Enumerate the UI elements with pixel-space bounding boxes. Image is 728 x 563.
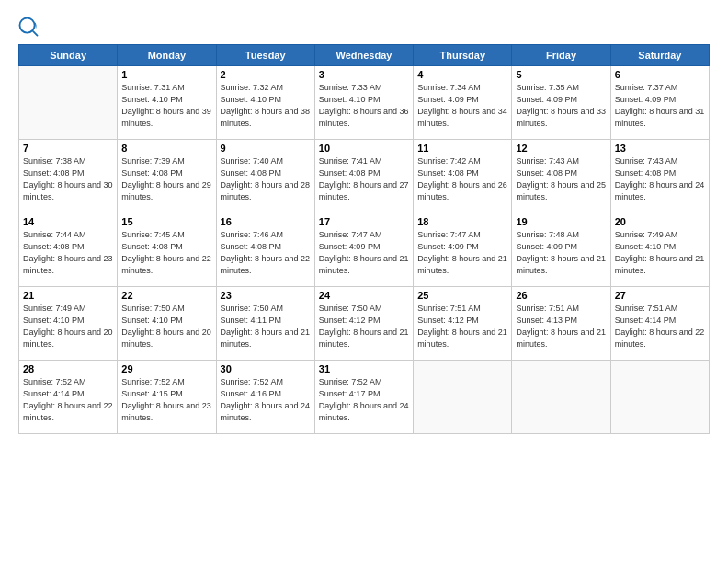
calendar-cell-4-2: 30Sunrise: 7:52 AMSunset: 4:16 PMDayligh…	[216, 361, 314, 434]
day-info: Sunrise: 7:41 AMSunset: 4:08 PMDaylight:…	[319, 155, 409, 203]
day-number: 9	[221, 143, 311, 154]
day-number: 3	[319, 69, 409, 80]
calendar-header-saturday: Saturday	[610, 45, 709, 66]
calendar-cell-3-4: 25Sunrise: 7:51 AMSunset: 4:12 PMDayligh…	[414, 287, 512, 361]
calendar-header-row: SundayMondayTuesdayWednesdayThursdayFrid…	[19, 45, 710, 66]
calendar-cell-0-3: 3Sunrise: 7:33 AMSunset: 4:10 PMDaylight…	[314, 66, 413, 140]
header	[18, 17, 710, 37]
calendar-cell-1-0: 7Sunrise: 7:38 AMSunset: 4:08 PMDaylight…	[19, 140, 118, 213]
calendar-header-tuesday: Tuesday	[216, 45, 314, 66]
day-number: 14	[23, 216, 113, 227]
svg-point-0	[19, 17, 34, 32]
calendar-cell-4-5	[512, 361, 610, 434]
day-info: Sunrise: 7:33 AMSunset: 4:10 PMDaylight:…	[319, 82, 409, 130]
calendar-cell-0-1: 1Sunrise: 7:31 AMSunset: 4:10 PMDaylight…	[118, 66, 216, 140]
day-number: 6	[615, 69, 705, 80]
day-number: 23	[221, 290, 311, 301]
day-info: Sunrise: 7:52 AMSunset: 4:17 PMDaylight:…	[319, 376, 409, 424]
calendar-cell-1-5: 12Sunrise: 7:43 AMSunset: 4:08 PMDayligh…	[512, 140, 610, 213]
day-info: Sunrise: 7:50 AMSunset: 4:11 PMDaylight:…	[221, 303, 311, 350]
day-info: Sunrise: 7:45 AMSunset: 4:08 PMDaylight:…	[121, 229, 211, 277]
calendar-cell-3-2: 23Sunrise: 7:50 AMSunset: 4:11 PMDayligh…	[216, 287, 314, 361]
day-number: 29	[121, 363, 211, 374]
calendar-cell-0-2: 2Sunrise: 7:32 AMSunset: 4:10 PMDaylight…	[216, 66, 314, 140]
day-info: Sunrise: 7:34 AMSunset: 4:09 PMDaylight:…	[417, 82, 507, 130]
day-info: Sunrise: 7:35 AMSunset: 4:09 PMDaylight:…	[516, 82, 606, 130]
day-info: Sunrise: 7:52 AMSunset: 4:15 PMDaylight:…	[121, 376, 211, 424]
day-number: 15	[121, 216, 211, 227]
calendar-cell-1-4: 11Sunrise: 7:42 AMSunset: 4:08 PMDayligh…	[414, 140, 512, 213]
day-number: 16	[221, 216, 311, 227]
day-info: Sunrise: 7:49 AMSunset: 4:10 PMDaylight:…	[23, 303, 113, 350]
day-info: Sunrise: 7:47 AMSunset: 4:09 PMDaylight:…	[319, 229, 409, 277]
day-info: Sunrise: 7:40 AMSunset: 4:08 PMDaylight:…	[221, 155, 311, 203]
day-number: 28	[23, 363, 113, 374]
calendar-cell-0-0	[19, 66, 118, 140]
day-number: 18	[417, 216, 507, 227]
calendar-cell-2-5: 19Sunrise: 7:48 AMSunset: 4:09 PMDayligh…	[512, 213, 610, 287]
calendar-header-sunday: Sunday	[19, 45, 118, 66]
calendar-header-thursday: Thursday	[414, 45, 512, 66]
calendar-cell-4-3: 31Sunrise: 7:52 AMSunset: 4:17 PMDayligh…	[314, 361, 413, 434]
day-number: 7	[23, 143, 113, 154]
calendar-cell-4-6	[610, 361, 709, 434]
day-number: 4	[417, 69, 507, 80]
calendar-cell-2-6: 20Sunrise: 7:49 AMSunset: 4:10 PMDayligh…	[610, 213, 709, 287]
calendar-header-friday: Friday	[512, 45, 610, 66]
day-info: Sunrise: 7:39 AMSunset: 4:08 PMDaylight:…	[121, 155, 211, 203]
day-info: Sunrise: 7:42 AMSunset: 4:08 PMDaylight:…	[417, 155, 507, 203]
day-info: Sunrise: 7:52 AMSunset: 4:14 PMDaylight:…	[23, 376, 113, 424]
calendar-cell-1-2: 9Sunrise: 7:40 AMSunset: 4:08 PMDaylight…	[216, 140, 314, 213]
calendar-cell-4-4	[414, 361, 512, 434]
day-number: 20	[615, 216, 705, 227]
day-number: 26	[516, 290, 606, 301]
day-info: Sunrise: 7:52 AMSunset: 4:16 PMDaylight:…	[221, 376, 311, 424]
calendar-cell-0-6: 6Sunrise: 7:37 AMSunset: 4:09 PMDaylight…	[610, 66, 709, 140]
logo	[18, 17, 42, 37]
day-number: 11	[417, 143, 507, 154]
calendar-cell-1-1: 8Sunrise: 7:39 AMSunset: 4:08 PMDaylight…	[118, 140, 216, 213]
day-number: 30	[221, 363, 311, 374]
day-number: 27	[615, 290, 705, 301]
day-info: Sunrise: 7:49 AMSunset: 4:10 PMDaylight:…	[615, 229, 705, 277]
calendar-cell-4-0: 28Sunrise: 7:52 AMSunset: 4:14 PMDayligh…	[19, 361, 118, 434]
calendar-cell-2-2: 16Sunrise: 7:46 AMSunset: 4:08 PMDayligh…	[216, 213, 314, 287]
day-number: 24	[319, 290, 409, 301]
day-info: Sunrise: 7:38 AMSunset: 4:08 PMDaylight:…	[23, 155, 113, 203]
calendar-cell-2-0: 14Sunrise: 7:44 AMSunset: 4:08 PMDayligh…	[19, 213, 118, 287]
day-info: Sunrise: 7:51 AMSunset: 4:13 PMDaylight:…	[516, 303, 606, 350]
calendar-week-row-1: 7Sunrise: 7:38 AMSunset: 4:08 PMDaylight…	[19, 140, 710, 213]
day-info: Sunrise: 7:50 AMSunset: 4:12 PMDaylight:…	[319, 303, 409, 350]
calendar-cell-4-1: 29Sunrise: 7:52 AMSunset: 4:15 PMDayligh…	[118, 361, 216, 434]
calendar-cell-2-1: 15Sunrise: 7:45 AMSunset: 4:08 PMDayligh…	[118, 213, 216, 287]
day-info: Sunrise: 7:51 AMSunset: 4:14 PMDaylight:…	[615, 303, 705, 350]
day-info: Sunrise: 7:51 AMSunset: 4:12 PMDaylight:…	[417, 303, 507, 350]
day-info: Sunrise: 7:32 AMSunset: 4:10 PMDaylight:…	[221, 82, 311, 130]
day-number: 10	[319, 143, 409, 154]
day-info: Sunrise: 7:48 AMSunset: 4:09 PMDaylight:…	[516, 229, 606, 277]
day-info: Sunrise: 7:50 AMSunset: 4:10 PMDaylight:…	[121, 303, 211, 350]
day-number: 31	[319, 363, 409, 374]
day-number: 5	[516, 69, 606, 80]
day-number: 13	[615, 143, 705, 154]
calendar-cell-1-3: 10Sunrise: 7:41 AMSunset: 4:08 PMDayligh…	[314, 140, 413, 213]
day-number: 1	[121, 69, 211, 80]
calendar-cell-2-4: 18Sunrise: 7:47 AMSunset: 4:09 PMDayligh…	[414, 213, 512, 287]
day-number: 22	[121, 290, 211, 301]
day-number: 25	[417, 290, 507, 301]
calendar-header-wednesday: Wednesday	[314, 45, 413, 66]
day-info: Sunrise: 7:43 AMSunset: 4:08 PMDaylight:…	[516, 155, 606, 203]
calendar-week-row-4: 28Sunrise: 7:52 AMSunset: 4:14 PMDayligh…	[19, 361, 710, 434]
calendar-week-row-0: 1Sunrise: 7:31 AMSunset: 4:10 PMDaylight…	[19, 66, 710, 140]
calendar-cell-3-3: 24Sunrise: 7:50 AMSunset: 4:12 PMDayligh…	[314, 287, 413, 361]
logo-icon	[18, 17, 39, 37]
day-info: Sunrise: 7:43 AMSunset: 4:08 PMDaylight:…	[615, 155, 705, 203]
day-info: Sunrise: 7:44 AMSunset: 4:08 PMDaylight:…	[23, 229, 113, 277]
day-number: 21	[23, 290, 113, 301]
calendar-cell-3-1: 22Sunrise: 7:50 AMSunset: 4:10 PMDayligh…	[118, 287, 216, 361]
calendar-cell-2-3: 17Sunrise: 7:47 AMSunset: 4:09 PMDayligh…	[314, 213, 413, 287]
day-info: Sunrise: 7:46 AMSunset: 4:08 PMDaylight:…	[221, 229, 311, 277]
calendar-header-monday: Monday	[118, 45, 216, 66]
day-number: 2	[221, 69, 311, 80]
calendar-cell-3-0: 21Sunrise: 7:49 AMSunset: 4:10 PMDayligh…	[19, 287, 118, 361]
